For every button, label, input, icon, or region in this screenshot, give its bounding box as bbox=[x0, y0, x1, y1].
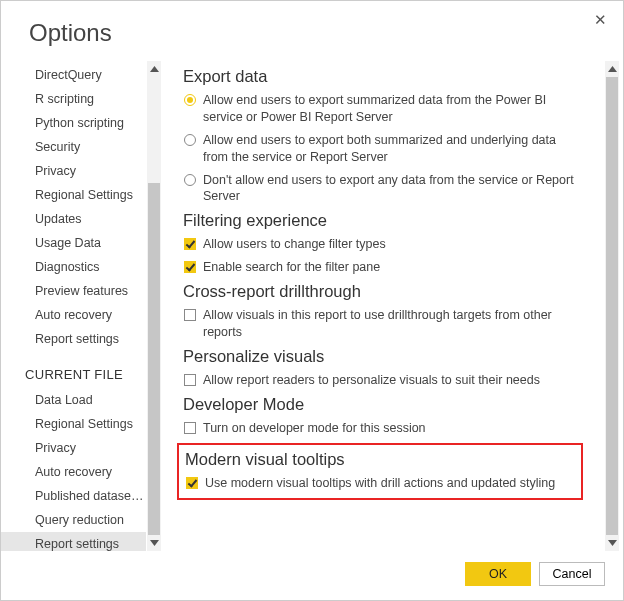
cancel-button[interactable]: Cancel bbox=[539, 562, 605, 586]
scroll-up-icon[interactable] bbox=[605, 61, 619, 77]
sidebar-item-regional-settings-file[interactable]: Regional Settings bbox=[1, 412, 146, 436]
sidebar-item-preview-features[interactable]: Preview features bbox=[1, 279, 146, 303]
ok-button[interactable]: OK bbox=[465, 562, 531, 586]
sidebar-item-usage-data[interactable]: Usage Data bbox=[1, 231, 146, 255]
radio-icon bbox=[184, 134, 196, 146]
checkbox-filter-search[interactable]: Enable search for the filter pane bbox=[183, 259, 575, 276]
checkbox-icon bbox=[186, 477, 198, 489]
option-label: Don't allow end users to export any data… bbox=[203, 172, 575, 206]
sidebar-item-r-scripting[interactable]: R scripting bbox=[1, 87, 146, 111]
sidebar-item-privacy-file[interactable]: Privacy bbox=[1, 436, 146, 460]
main-scrollbar[interactable] bbox=[605, 61, 619, 551]
sidebar-item-privacy[interactable]: Privacy bbox=[1, 159, 146, 183]
group-developer: Developer Mode bbox=[183, 395, 575, 414]
highlight-annotation: Modern visual tooltips Use modern visual… bbox=[177, 443, 583, 501]
sidebar-section-current-file: CURRENT FILE bbox=[1, 351, 161, 388]
group-personalize: Personalize visuals bbox=[183, 347, 575, 366]
checkbox-icon bbox=[184, 238, 196, 250]
sidebar-item-diagnostics[interactable]: Diagnostics bbox=[1, 255, 146, 279]
dialog-title: Options bbox=[1, 1, 623, 47]
checkbox-icon bbox=[184, 261, 196, 273]
sidebar-item-report-settings-file[interactable]: Report settings bbox=[1, 532, 146, 551]
close-icon[interactable]: ✕ bbox=[594, 11, 607, 29]
sidebar-item-published-dataset-settings[interactable]: Published dataset set... bbox=[1, 484, 146, 508]
option-label: Allow end users to export summarized dat… bbox=[203, 92, 575, 126]
sidebar: DirectQuery R scripting Python scripting… bbox=[1, 61, 161, 551]
scrollbar-thumb[interactable] bbox=[606, 77, 618, 535]
checkbox-change-filter-types[interactable]: Allow users to change filter types bbox=[183, 236, 575, 253]
sidebar-item-data-load[interactable]: Data Load bbox=[1, 388, 146, 412]
radio-export-summarized[interactable]: Allow end users to export summarized dat… bbox=[183, 92, 575, 126]
sidebar-item-auto-recovery-file[interactable]: Auto recovery bbox=[1, 460, 146, 484]
radio-export-both[interactable]: Allow end users to export both summarize… bbox=[183, 132, 575, 166]
option-label: Allow visuals in this report to use dril… bbox=[203, 307, 575, 341]
radio-icon bbox=[184, 94, 196, 106]
settings-panel: Export data Allow end users to export su… bbox=[161, 61, 623, 551]
sidebar-item-updates[interactable]: Updates bbox=[1, 207, 146, 231]
sidebar-item-regional-settings[interactable]: Regional Settings bbox=[1, 183, 146, 207]
checkbox-personalize-visuals[interactable]: Allow report readers to personalize visu… bbox=[183, 372, 575, 389]
checkbox-cross-report-drillthrough[interactable]: Allow visuals in this report to use dril… bbox=[183, 307, 575, 341]
checkbox-developer-mode[interactable]: Turn on developer mode for this session bbox=[183, 420, 575, 437]
svg-marker-1 bbox=[150, 540, 159, 546]
dialog-footer: OK Cancel bbox=[465, 562, 605, 586]
option-label: Turn on developer mode for this session bbox=[203, 420, 426, 437]
sidebar-item-directquery[interactable]: DirectQuery bbox=[1, 63, 146, 87]
option-label: Use modern visual tooltips with drill ac… bbox=[205, 475, 555, 492]
sidebar-item-security[interactable]: Security bbox=[1, 135, 146, 159]
scroll-down-icon[interactable] bbox=[147, 535, 161, 551]
checkbox-icon bbox=[184, 422, 196, 434]
sidebar-item-report-settings-global[interactable]: Report settings bbox=[1, 327, 146, 351]
checkbox-icon bbox=[184, 374, 196, 386]
group-cross-report: Cross-report drillthrough bbox=[183, 282, 575, 301]
radio-icon bbox=[184, 174, 196, 186]
svg-marker-2 bbox=[608, 66, 617, 72]
option-label: Allow report readers to personalize visu… bbox=[203, 372, 540, 389]
option-label: Enable search for the filter pane bbox=[203, 259, 380, 276]
svg-marker-0 bbox=[150, 66, 159, 72]
svg-marker-3 bbox=[608, 540, 617, 546]
sidebar-item-auto-recovery[interactable]: Auto recovery bbox=[1, 303, 146, 327]
scroll-up-icon[interactable] bbox=[147, 61, 161, 77]
radio-export-none[interactable]: Don't allow end users to export any data… bbox=[183, 172, 575, 206]
scrollbar-thumb[interactable] bbox=[148, 183, 160, 535]
sidebar-item-python-scripting[interactable]: Python scripting bbox=[1, 111, 146, 135]
option-label: Allow end users to export both summarize… bbox=[203, 132, 575, 166]
checkbox-modern-tooltips[interactable]: Use modern visual tooltips with drill ac… bbox=[185, 475, 575, 492]
group-modern-tooltips: Modern visual tooltips bbox=[185, 450, 575, 469]
option-label: Allow users to change filter types bbox=[203, 236, 386, 253]
checkbox-icon bbox=[184, 309, 196, 321]
sidebar-scrollbar[interactable] bbox=[147, 61, 161, 551]
group-filtering: Filtering experience bbox=[183, 211, 575, 230]
group-export-data: Export data bbox=[183, 67, 575, 86]
scroll-down-icon[interactable] bbox=[605, 535, 619, 551]
sidebar-item-query-reduction[interactable]: Query reduction bbox=[1, 508, 146, 532]
